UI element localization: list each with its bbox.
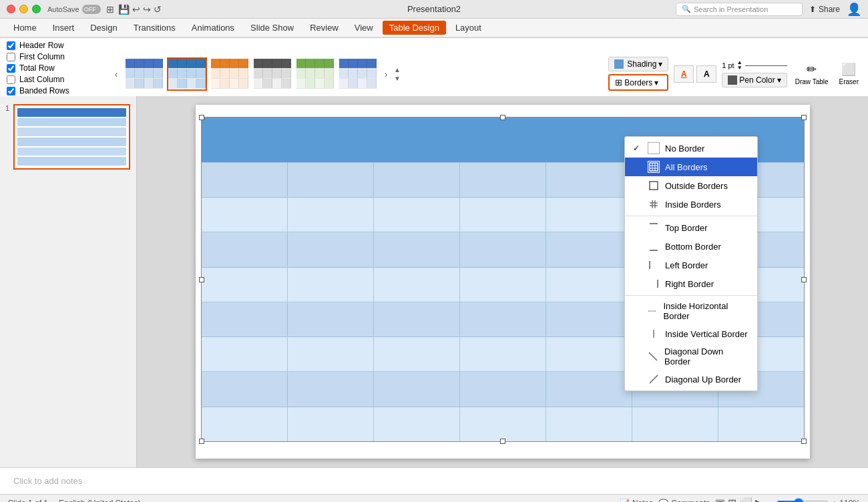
menu-slideshow[interactable]: Slide Show: [244, 21, 300, 35]
slide-thumbnail[interactable]: [13, 104, 130, 170]
maximize-button[interactable]: [32, 5, 41, 13]
all-borders-item[interactable]: All Borders: [625, 158, 757, 176]
cell: [374, 268, 460, 302]
sidebar-toggle-icon[interactable]: ⊞: [106, 4, 114, 15]
header-cell-1: [202, 117, 288, 162]
cell: [460, 372, 546, 406]
autosave-area: AutoSave OFF: [47, 5, 101, 14]
save-icon[interactable]: 💾: [118, 4, 130, 15]
autosave-toggle[interactable]: OFF: [82, 5, 101, 14]
text-color-buttons: A A: [674, 65, 716, 83]
slide-sorter-button[interactable]: ⊞: [728, 497, 736, 502]
highlight-color-button[interactable]: A: [696, 65, 716, 83]
notes-button[interactable]: 📝 Notes: [620, 499, 653, 503]
menu-insert[interactable]: Insert: [46, 21, 81, 35]
shading-button[interactable]: Shading ▾: [608, 57, 668, 71]
menu-tabledesign[interactable]: Table Design: [383, 21, 446, 35]
right-border-item[interactable]: Right Border: [625, 274, 757, 293]
slide-count: Slide 1 of 1: [8, 499, 48, 503]
table-style-swatch-1[interactable]: [124, 57, 164, 91]
eraser-button[interactable]: ⬜ Eraser: [837, 59, 861, 88]
menu-review[interactable]: Review: [303, 21, 345, 35]
menu-design[interactable]: Design: [83, 21, 124, 35]
pen-thickness-stepper[interactable]: ▲ ▼: [737, 60, 742, 71]
diagonal-down-border-item[interactable]: Diagonal Down Border: [625, 343, 757, 370]
gallery-scroll[interactable]: ▲ ▼: [394, 66, 401, 82]
outside-borders-item[interactable]: Outside Borders: [625, 176, 757, 195]
diagonal-up-border-item[interactable]: Diagonal Up Border: [625, 370, 757, 389]
zoom-slider[interactable]: [776, 498, 829, 503]
reading-view-button[interactable]: ⬜: [739, 497, 752, 502]
handle-mid-right[interactable]: [801, 277, 807, 282]
shading-label: Shading: [627, 59, 656, 69]
handle-top-left[interactable]: [199, 115, 204, 120]
user-icon[interactable]: 👤: [847, 2, 861, 17]
handle-top-right[interactable]: [801, 115, 807, 120]
cell: [460, 163, 546, 197]
table-style-swatch-4[interactable]: [252, 57, 292, 91]
minimize-button[interactable]: [19, 5, 28, 13]
inside-v-border-item[interactable]: Inside Vertical Border: [625, 324, 757, 343]
cell: [288, 163, 374, 197]
borders-button[interactable]: ⊞ Borders ▾: [608, 74, 668, 91]
header-row-option: Header Row: [7, 41, 100, 50]
zoom-out-button[interactable]: −: [769, 499, 773, 503]
total-row-checkbox[interactable]: [7, 64, 15, 73]
notes-area[interactable]: Click to add notes: [0, 467, 868, 494]
inside-h-border-item[interactable]: Inside Horizontal Border: [625, 298, 757, 324]
bottom-border-item[interactable]: Bottom Border: [625, 237, 757, 256]
last-column-checkbox[interactable]: [7, 75, 15, 84]
close-button[interactable]: [7, 5, 15, 13]
thumb-row-2: [17, 128, 126, 136]
share-button[interactable]: ⬆ Share: [809, 5, 840, 14]
left-border-item[interactable]: Left Border: [625, 256, 757, 274]
refresh-icon[interactable]: ↺: [154, 4, 162, 15]
font-color-button[interactable]: A: [674, 65, 694, 83]
cell: [374, 372, 460, 406]
svg-rect-5: [650, 182, 658, 190]
menu-layout[interactable]: Layout: [449, 21, 488, 35]
banded-rows-checkbox[interactable]: [7, 87, 15, 95]
table-style-swatch-5[interactable]: [295, 57, 335, 91]
no-border-item[interactable]: ✓ No Border: [625, 139, 757, 158]
handle-bot-center[interactable]: [500, 439, 505, 444]
zoom-in-button[interactable]: +: [832, 499, 837, 503]
no-border-check: ✓: [633, 144, 642, 153]
cell: [546, 232, 632, 266]
autosave-label: AutoSave: [47, 5, 79, 13]
inside-borders-item[interactable]: Inside Borders: [625, 195, 757, 214]
handle-bot-left[interactable]: [199, 439, 204, 444]
pen-color-button[interactable]: Pen Color ▾: [722, 73, 787, 87]
handle-mid-left[interactable]: [199, 277, 204, 282]
gallery-prev-arrow[interactable]: ‹: [111, 54, 122, 94]
slides-panel: 1: [0, 96, 137, 467]
cell: [546, 302, 632, 336]
search-box[interactable]: 🔍 Search in Presentation: [676, 3, 803, 16]
share-icon: ⬆: [809, 5, 816, 14]
slideshow-button[interactable]: ▶: [755, 497, 763, 502]
table-style-swatch-3[interactable]: [210, 57, 250, 91]
gallery-next-arrow[interactable]: ›: [381, 54, 391, 94]
cell: [288, 372, 374, 406]
handle-bot-right[interactable]: [801, 439, 807, 444]
menu-transitions[interactable]: Transitions: [127, 21, 182, 35]
comments-button[interactable]: 💬 Comments: [658, 499, 710, 503]
cell: [202, 337, 288, 371]
handle-top-center[interactable]: [500, 115, 505, 120]
top-border-item[interactable]: Top Border: [625, 218, 757, 237]
table-style-swatch-6[interactable]: [338, 57, 378, 91]
draw-table-button[interactable]: ✏ Draw Table: [793, 59, 831, 88]
menu-home[interactable]: Home: [7, 21, 43, 35]
redo-icon[interactable]: ↪: [143, 4, 151, 15]
pen-thickness-row: 1 pt ▲ ▼: [722, 60, 787, 71]
menu-view[interactable]: View: [348, 21, 380, 35]
table-style-swatch-2[interactable]: [167, 57, 207, 91]
menu-animations[interactable]: Animations: [185, 21, 241, 35]
normal-view-button[interactable]: ▣: [715, 497, 725, 502]
left-border-icon: [648, 259, 660, 271]
thumb-header-row: [17, 108, 126, 117]
notes-label: Notes: [632, 499, 653, 503]
first-column-checkbox[interactable]: [7, 53, 15, 61]
undo-icon[interactable]: ↩: [132, 4, 140, 15]
header-row-checkbox[interactable]: [7, 41, 15, 50]
